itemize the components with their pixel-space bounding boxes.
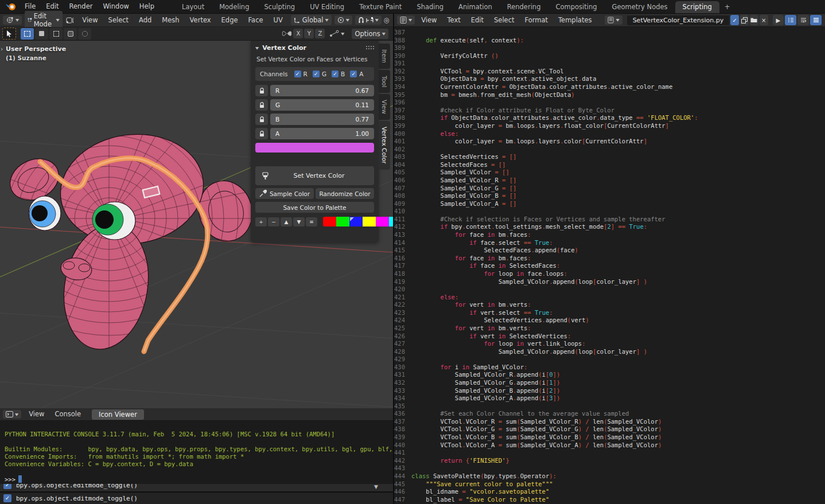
channel-toggle-g[interactable]: ✓G (313, 71, 326, 77)
icon-viewer-button[interactable]: Icon Viewer (92, 409, 144, 420)
editor-menu-select[interactable]: Select (489, 14, 519, 27)
editor-menu-text[interactable]: Text (442, 14, 465, 27)
add-workspace-button[interactable]: + (719, 3, 736, 11)
value-slider-b[interactable]: B0.77 (270, 114, 374, 125)
python-console[interactable]: PYTHON INTERACTIVE CONSOLE 3.11.7 (main,… (0, 421, 393, 484)
channel-toggle-a[interactable]: ✓A (350, 71, 363, 77)
color-swatch[interactable] (255, 143, 374, 153)
workspace-tab-compositing[interactable]: Compositing (548, 1, 604, 13)
viewport-menu-select[interactable]: Select (103, 14, 134, 27)
console-prompt[interactable]: >>> (5, 475, 388, 483)
viewport-menu-edge[interactable]: Edge (216, 14, 243, 27)
viewport-menu-face[interactable]: Face (243, 14, 268, 27)
sidebar-tab-item[interactable]: Item (379, 44, 390, 69)
viewport-menu-uv[interactable]: UV (268, 14, 288, 27)
viewport-menu-vertex[interactable]: Vertex (185, 14, 216, 27)
sample-color-button[interactable]: Sample Color (255, 188, 314, 199)
unlink-text-button[interactable]: × (760, 15, 768, 25)
viewport-menu-mesh[interactable]: Mesh (157, 14, 184, 27)
channel-toggle-r[interactable]: ✓R (294, 71, 308, 77)
viewport-menu-view[interactable]: View (77, 14, 103, 27)
console-menu-view[interactable]: View (24, 408, 49, 421)
workspace-tab-geometry-nodes[interactable]: Geometry Nodes (605, 1, 675, 13)
text-editor-type-button[interactable]: ▼ (397, 15, 415, 25)
channel-toggle-b[interactable]: ✓B (332, 71, 345, 77)
workspace-tab-shading[interactable]: Shading (409, 1, 451, 13)
panel-header[interactable]: ▼ Vertex Color (251, 41, 379, 54)
sidebar-tab-tool[interactable]: Tool (379, 70, 390, 93)
palette-swatch[interactable] (323, 217, 336, 226)
move-up-button[interactable]: ▲ (281, 217, 292, 226)
filename-field[interactable]: SetVertexColor_Extension.py (627, 15, 730, 25)
console-menu-console[interactable]: Console (49, 408, 86, 421)
workspace-tab-sculpting[interactable]: Sculpting (256, 1, 302, 13)
editor-type-button[interactable]: ▼ (3, 15, 22, 25)
select-circle-tool[interactable] (49, 28, 63, 40)
options-dropdown[interactable]: Options ▼ (352, 29, 388, 39)
toolbar-expand-chevron[interactable]: › (1, 45, 3, 53)
workspace-tab-layout[interactable]: Layout (174, 1, 212, 13)
snap-toggle[interactable]: ▼ (355, 15, 382, 25)
workspace-tab-scripting[interactable]: Scripting (675, 1, 719, 13)
lock-button[interactable] (255, 128, 268, 139)
sidebar-tab-vertex-color[interactable]: Vertex Color (379, 121, 390, 170)
active-tool-button[interactable] (2, 28, 16, 40)
info-log-row[interactable]: ✓ bpy.ops.object.editmode_toggle() (0, 492, 393, 504)
save-color-to-palette-button[interactable]: Save Color to Palette (255, 202, 374, 213)
palette-swatch[interactable] (349, 217, 363, 226)
editor-menu-edit[interactable]: Edit (466, 14, 489, 27)
code-area[interactable]: 387388 def execute(self, context):389390… (394, 27, 825, 504)
workspace-tab-animation[interactable]: Animation (451, 1, 500, 13)
value-slider-g[interactable]: G0.11 (270, 99, 374, 111)
topbar-menu-window[interactable]: Window (98, 0, 134, 13)
editor-menu-view[interactable]: View (416, 14, 442, 27)
palette-swatch[interactable] (336, 217, 349, 226)
topbar-menu-render[interactable]: Render (64, 0, 98, 13)
panel-drag-handle[interactable] (365, 45, 374, 50)
checkbox-icon[interactable]: ✓ (3, 494, 11, 502)
workspace-tab-texture-paint[interactable]: Texture Paint (352, 1, 409, 13)
select-lasso-tool[interactable] (64, 28, 77, 40)
palette-swatch[interactable] (376, 217, 389, 226)
palette-swatch[interactable] (363, 217, 376, 226)
syntax-highlight-toggle[interactable] (810, 15, 822, 25)
blender-logo-icon[interactable] (5, 2, 17, 11)
cursor-tool[interactable] (78, 28, 91, 40)
word-wrap-toggle[interactable] (797, 15, 809, 25)
workspace-tab-uv-editing[interactable]: UV Editing (302, 1, 352, 13)
randomize-color-button[interactable]: Randomize Color (316, 188, 374, 199)
move-down-button[interactable]: ▼ (293, 217, 305, 226)
line-numbers-toggle[interactable] (785, 15, 796, 25)
workspace-tab-modeling[interactable]: Modeling (212, 1, 256, 13)
transform-orientation-dropdown[interactable]: Global ▼ (291, 15, 332, 25)
proportional-editing-icon[interactable]: ◎ (384, 16, 393, 24)
palette-swatch[interactable] (389, 217, 393, 226)
workspace-tab-rendering[interactable]: Rendering (500, 1, 548, 13)
mirror-x-button[interactable]: X (293, 29, 303, 38)
text-datablock-dropdown[interactable]: ▼ (605, 15, 622, 25)
sort-palette-button[interactable]: ≡ (306, 217, 317, 226)
console-editor-type-button[interactable]: ▼ (3, 410, 21, 419)
mirror-y-button[interactable]: Y (304, 29, 314, 38)
editor-menu-format[interactable]: Format (519, 14, 553, 27)
edge-select-button[interactable] (72, 15, 74, 25)
suzanne-mesh[interactable] (0, 41, 287, 408)
checkbox-icon[interactable]: ✓ (3, 484, 11, 489)
info-log-row-clipped[interactable]: ✓ bpy.ops.object.editmode_toggle() ▼ (0, 484, 393, 491)
remove-color-button[interactable]: − (268, 217, 279, 226)
lock-button[interactable] (255, 114, 268, 125)
run-script-button[interactable]: ▶ (773, 15, 784, 25)
mirror-icon[interactable] (282, 30, 292, 37)
open-file-button[interactable] (750, 15, 758, 25)
lock-button[interactable] (255, 99, 268, 111)
editor-menu-templates[interactable]: Templates (553, 14, 597, 27)
sidebar-tab-view[interactable]: View (379, 94, 390, 120)
vertex-select-button[interactable] (66, 15, 72, 25)
falloff-icon[interactable] (329, 30, 340, 37)
select-box-tool[interactable] (21, 28, 34, 40)
topbar-menu-help[interactable]: Help (134, 0, 159, 13)
value-slider-a[interactable]: A1.00 (270, 128, 374, 139)
lock-button[interactable] (255, 85, 268, 96)
viewport-menu-add[interactable]: Add (134, 14, 157, 27)
chevron-down-icon[interactable]: ▼ (374, 484, 378, 490)
